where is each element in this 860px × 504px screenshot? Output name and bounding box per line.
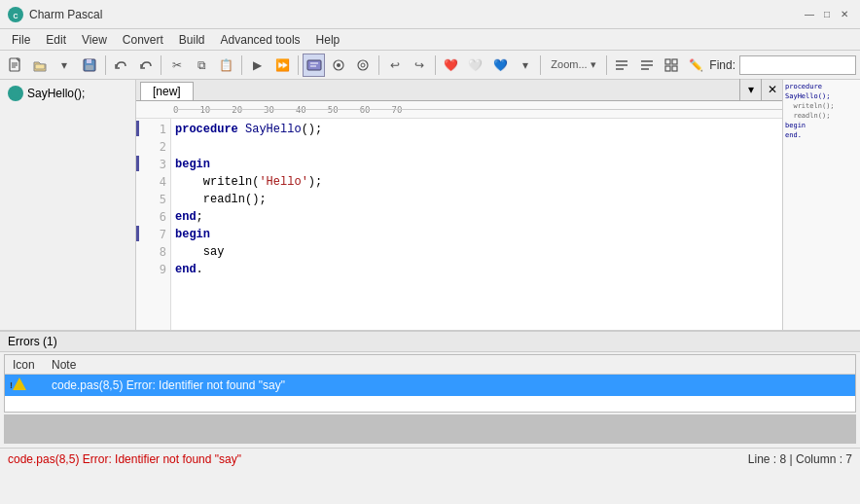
right-panel: procedure SayHello(); writeln(); readln(… (782, 80, 860, 330)
errors-row-1[interactable]: ! code.pas(8,5) Error: Identifier not fo… (5, 375, 855, 396)
errors-col-icon: Icon (5, 358, 44, 372)
minimize-button[interactable]: — (802, 7, 817, 22)
menu-help[interactable]: Help (308, 31, 348, 49)
sep-5 (378, 55, 379, 75)
open-dropdown-button[interactable]: ▾ (54, 54, 76, 77)
title-controls: — □ ✕ (802, 7, 852, 22)
code-line-4: writeln('Hello'); (175, 173, 778, 191)
line-numbers: 1 2 3 4 5 6 7 8 9 (136, 119, 171, 330)
editor-tab-new[interactable]: [new] (140, 82, 194, 100)
svg-point-14 (337, 63, 340, 67)
code-line-2 (175, 138, 778, 156)
editor-tab-controls: ▾ ✕ (739, 79, 782, 100)
svg-point-15 (358, 60, 368, 70)
toggle-btn-1[interactable] (303, 54, 325, 77)
run-button[interactable]: ▶ (246, 54, 269, 77)
open-button[interactable] (28, 54, 51, 77)
grid-button[interactable] (660, 54, 682, 77)
code-line-9: end. (175, 261, 778, 278)
svg-rect-25 (665, 66, 670, 71)
close-button[interactable]: ✕ (837, 7, 852, 22)
left-panel-label: SayHello(); (27, 87, 85, 100)
sep-2 (161, 55, 161, 75)
title-bar: C Charm Pascal — □ ✕ (0, 0, 860, 29)
heart2-button[interactable]: 🤍 (464, 54, 486, 77)
undo-button[interactable] (109, 54, 131, 77)
forward-button[interactable]: ↪ (408, 54, 430, 77)
code-line-8: say (175, 243, 778, 261)
ruler-mark-30: 30 (264, 101, 274, 119)
errors-title: Errors (1) (8, 335, 57, 348)
ruler-mark-60: 60 (360, 101, 371, 119)
app-title: Charm Pascal (29, 8, 102, 21)
maximize-button[interactable]: □ (819, 7, 835, 22)
find-area: Find: (709, 55, 856, 75)
new-button[interactable] (4, 54, 26, 77)
save-button[interactable] (78, 54, 100, 77)
editor-area: [new] ▾ ✕ 0 10 20 30 40 50 60 70 1 (136, 80, 782, 330)
menu-view[interactable]: View (74, 31, 115, 49)
errors-table-header: Icon Note (5, 355, 855, 375)
errors-table: Icon Note ! code.pas(8,5) Error: Identif… (4, 354, 856, 413)
ruler-mark-40: 40 (296, 101, 306, 119)
list1-button[interactable] (611, 54, 633, 77)
code-line-7: begin (175, 226, 778, 243)
left-panel: SayHello(); (0, 80, 136, 330)
svg-point-16 (361, 63, 365, 67)
menu-file[interactable]: File (4, 31, 38, 49)
cut-button[interactable]: ✂ (165, 54, 188, 77)
menu-edit[interactable]: Edit (38, 31, 74, 49)
heart-dropdown-button[interactable]: ▾ (514, 54, 536, 77)
zoom-button[interactable]: Zoom... ▾ (545, 54, 601, 77)
undo2-button[interactable] (134, 54, 157, 77)
svg-rect-10 (307, 60, 321, 70)
svg-text:C: C (13, 13, 18, 19)
mini-code: procedure SayHello(); writeln(); readln(… (785, 82, 858, 140)
tab-close-button[interactable]: ✕ (761, 79, 782, 100)
sep-6 (435, 55, 436, 75)
ruler-mark-20: 20 (232, 101, 242, 119)
paste-button[interactable]: 📋 (215, 54, 237, 77)
sep-7 (540, 55, 541, 75)
toolbar: ▾ ✂ ⧉ 📋 ▶ ⏩ ↩ ↪ ❤️ 🤍 💙 ▾ Zoom... ▾ ✏️ (0, 51, 860, 80)
toggle-btn-3[interactable] (352, 54, 375, 77)
ruler-mark-10: 10 (199, 101, 210, 119)
heart3-button[interactable]: 💙 (489, 54, 512, 77)
copy-button[interactable]: ⧉ (191, 54, 213, 77)
ruler: 0 10 20 30 40 50 60 70 (136, 101, 782, 119)
left-panel-item[interactable]: SayHello(); (4, 84, 131, 103)
svg-rect-26 (672, 66, 677, 71)
status-position: Line : 8 | Column : 7 (748, 452, 852, 466)
rewind-button[interactable]: ↩ (383, 54, 406, 77)
find-label: Find: (709, 58, 735, 72)
run2-button[interactable]: ⏩ (271, 54, 294, 77)
menu-convert[interactable]: Convert (115, 31, 171, 49)
errors-col-note: Note (44, 358, 855, 372)
ruler-mark-0: 0 (173, 101, 178, 119)
ruler-mark-50: 50 (328, 101, 339, 119)
error-icon-cell: ! (5, 378, 44, 393)
code-area[interactable]: 1 2 3 4 5 6 7 8 9 procedure SayHello(); … (136, 119, 782, 330)
tab-dropdown-button[interactable]: ▾ (739, 79, 761, 100)
pencil-button[interactable]: ✏️ (685, 54, 707, 77)
menu-bar: File Edit View Convert Build Advanced to… (0, 29, 860, 51)
svg-rect-9 (86, 65, 93, 70)
svg-rect-24 (672, 59, 677, 64)
code-line-6: end; (175, 208, 778, 226)
heart1-button[interactable]: ❤️ (440, 54, 462, 77)
code-line-3: begin (175, 156, 778, 173)
find-input[interactable] (739, 55, 856, 75)
toggle-btn-2[interactable] (327, 54, 349, 77)
menu-advanced-tools[interactable]: Advanced tools (213, 31, 308, 49)
menu-build[interactable]: Build (171, 31, 213, 49)
svg-rect-8 (87, 59, 91, 63)
errors-header: Errors (1) (0, 331, 860, 352)
svg-point-27 (11, 89, 20, 98)
sep-1 (105, 55, 106, 75)
main-layout: SayHello(); [new] ▾ ✕ 0 10 20 30 40 50 6… (0, 80, 860, 331)
list2-button[interactable] (635, 54, 658, 77)
errors-panel: Errors (1) Icon Note ! code.pas(8,5) Err… (0, 331, 860, 448)
svg-rect-23 (665, 59, 670, 64)
sep-3 (241, 55, 242, 75)
code-content[interactable]: procedure SayHello(); begin writeln('Hel… (171, 119, 782, 330)
